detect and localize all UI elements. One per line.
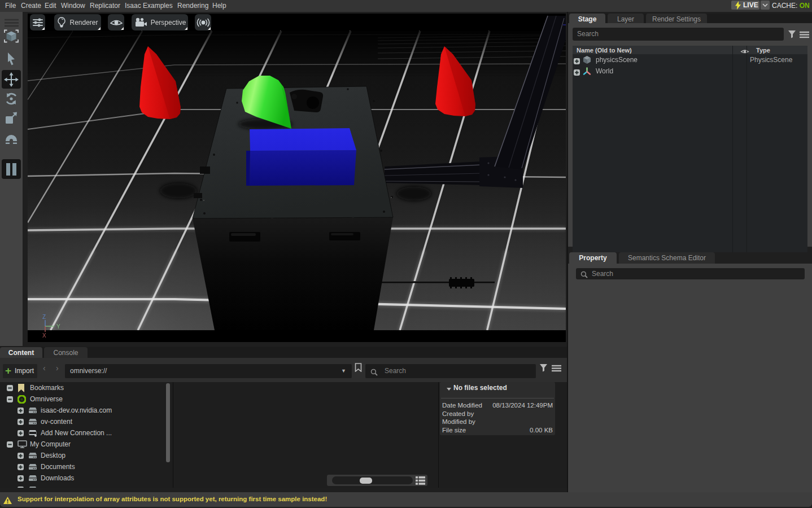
svg-text:X: X bbox=[42, 332, 46, 339]
svg-text:Y: Y bbox=[56, 323, 60, 330]
svg-text:Z: Z bbox=[42, 314, 46, 320]
